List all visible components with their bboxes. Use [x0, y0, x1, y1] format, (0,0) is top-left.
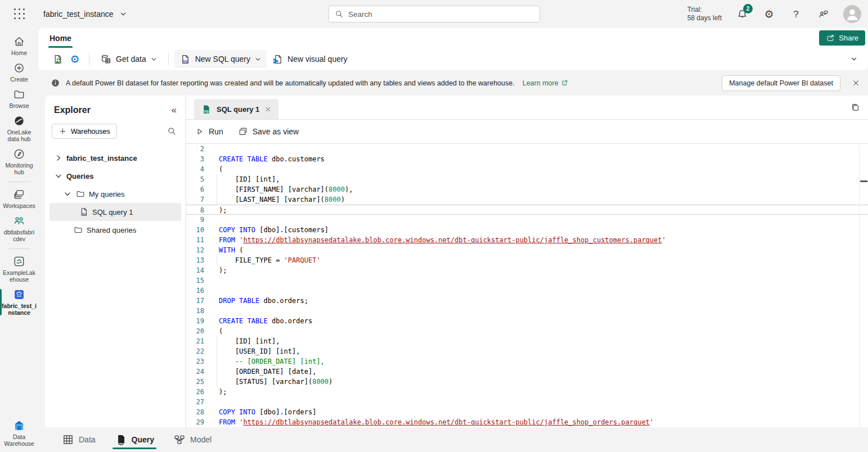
line-number: 17 — [186, 296, 204, 306]
rail-item-examplelakehouse[interactable]: ExampleLakehouse — [0, 252, 38, 286]
code-line-8[interactable]: 8); — [186, 205, 868, 215]
code-line-29[interactable]: 29FROM 'https://dbtlabsynapsedatalake.bl… — [186, 417, 868, 427]
new-visual-query-button[interactable]: New visual query — [267, 50, 353, 68]
code-line-16[interactable]: 16 — [186, 286, 868, 296]
learn-more-link[interactable]: Learn more — [523, 79, 568, 87]
rail-item-home[interactable]: Home — [0, 33, 38, 59]
code-line-28[interactable]: 28COPY INTO [dbo].[orders] — [186, 407, 868, 417]
code-line-23[interactable]: 23 -- [ORDER_DATE] [int], — [186, 356, 868, 367]
ribbon-collapse-button[interactable] — [850, 55, 858, 63]
copy-icon[interactable] — [850, 102, 860, 112]
code-line-7[interactable]: 7 [LAST_NAME] [varchar](8000) — [186, 195, 868, 205]
rail-item-create[interactable]: Create — [0, 59, 38, 85]
sql-file-icon: SQL — [179, 53, 191, 65]
workspace-switcher[interactable]: fabric_test_instance — [43, 10, 127, 19]
editor-scrollbar[interactable] — [859, 144, 860, 427]
code-line-19[interactable]: 19CREATE TABLE dbo.orders — [186, 316, 868, 326]
ribbon-separator — [89, 53, 89, 65]
manage-default-dataset-button[interactable]: Manage default Power BI dataset — [722, 75, 840, 91]
code-line-12[interactable]: 12WITH ( — [186, 245, 868, 255]
code-line-13[interactable]: 13 FILE_TYPE = 'PARQUET' — [186, 255, 868, 265]
waffle-menu-icon[interactable] — [14, 8, 25, 20]
notifications-button[interactable]: 2 — [735, 7, 749, 21]
tree-item-label: My queries — [89, 190, 125, 198]
rail-item-monitoring-hub[interactable]: Monitoringhub — [0, 145, 38, 178]
add-warehouses-button[interactable]: Warehouses — [52, 124, 117, 139]
ribbon-settings-button[interactable]: ⚙ — [66, 51, 83, 67]
explorer-panel: Explorer « Warehouses fabric_test_instan… — [45, 96, 186, 427]
rail-item-workspaces[interactable]: Workspaces — [0, 186, 38, 212]
line-number: 21 — [186, 336, 204, 346]
code-line-18[interactable]: 18 — [186, 306, 868, 316]
editor-column: SQL SQL query 1 Run Save as view 23CREAT… — [186, 96, 868, 427]
ribbon-separator — [168, 53, 169, 65]
tree-item-my-queries[interactable]: My queries — [50, 185, 181, 203]
code-line-5[interactable]: 5 [ID] [int], — [186, 174, 868, 184]
explorer-tree: fabric_test_instanceQueriesMy queriesSQL… — [45, 144, 186, 239]
sql-editor[interactable]: 23CREATE TABLE dbo.customers4(5 [ID] [in… — [186, 144, 868, 427]
new-sql-query-button[interactable]: SQL New SQL query — [174, 50, 267, 68]
code-line-21[interactable]: 21 [ID] [int], — [186, 336, 868, 346]
rail-item-browse[interactable]: Browse — [0, 85, 38, 112]
code-line-20[interactable]: 20( — [186, 326, 868, 336]
get-data-label: Get data — [116, 55, 146, 64]
tab-close-icon[interactable] — [264, 106, 272, 113]
rail-item-dbtlabsfabricdev[interactable]: dbtlabsfabricdev — [0, 212, 38, 245]
code-line-15[interactable]: 15 — [186, 275, 868, 286]
help-button[interactable]: ? — [789, 7, 803, 21]
search-box[interactable] — [329, 6, 540, 22]
home-tab-label: Home — [50, 34, 71, 43]
feedback-button[interactable] — [816, 7, 830, 21]
bottom-tab-label: Query — [132, 435, 154, 444]
bottom-tab-data[interactable]: Data — [55, 427, 102, 452]
code-line-3[interactable]: 3CREATE TABLE dbo.customers — [186, 154, 868, 164]
code-line-22[interactable]: 22 [USER_ID] [int], — [186, 346, 868, 356]
rail-selection-indicator — [0, 289, 2, 315]
search-input[interactable] — [348, 10, 534, 19]
tab-home[interactable]: Home — [48, 28, 73, 48]
save-as-view-button[interactable]: Save as view — [238, 126, 299, 137]
collapse-panel-icon[interactable]: « — [172, 105, 177, 116]
code-line-6[interactable]: 6 [FIRST_NAME] [varchar](8000), — [186, 184, 868, 195]
rail-item-data-warehouse[interactable]: DataWarehouse — [0, 417, 38, 450]
play-icon — [195, 127, 204, 136]
code-line-9[interactable]: 9 — [186, 215, 868, 225]
code-line-27[interactable]: 27 — [186, 397, 868, 407]
rail-item-onelake-data-hub[interactable]: OneLakedata hub — [0, 112, 38, 145]
line-number: 9 — [186, 215, 204, 225]
onelake-icon — [13, 115, 25, 127]
code-line-2[interactable]: 2 — [186, 144, 868, 154]
line-number: 25 — [186, 377, 204, 387]
line-number: 4 — [186, 164, 204, 174]
code-line-11[interactable]: 11FROM 'https://dbtlabsynapsedatalake.bl… — [186, 235, 868, 245]
tree-item-sql-query-1[interactable]: SQLSQL query 1 — [50, 203, 181, 221]
tree-item-shared-queries[interactable]: Shared queries — [50, 221, 181, 239]
avatar[interactable] — [843, 5, 861, 23]
code-line-24[interactable]: 24 [ORDER_DATE] [date], — [186, 367, 868, 377]
plus-icon — [59, 127, 67, 135]
tab-sql-query-1[interactable]: SQL SQL query 1 — [194, 99, 278, 119]
rail-item-label: Workspaces — [3, 202, 35, 209]
code-line-4[interactable]: 4( — [186, 164, 868, 174]
refresh-report-button[interactable] — [50, 51, 66, 67]
tree-item-fabric-test-instance[interactable]: fabric_test_instance — [50, 149, 181, 167]
warehouses-button-label: Warehouses — [71, 128, 110, 135]
bottom-tab-query[interactable]: Query — [108, 427, 161, 452]
data-warehouse-icon — [13, 419, 25, 432]
code-line-25[interactable]: 25 [STATUS] [varchar](8000) — [186, 377, 868, 387]
line-number: 23 — [186, 356, 204, 367]
rail-item-fabric-test-instance[interactable]: fabric_test_instance — [0, 286, 38, 319]
share-button[interactable]: Share — [819, 30, 865, 46]
settings-button[interactable]: ⚙ — [762, 7, 776, 21]
get-data-button[interactable]: Get data — [95, 50, 163, 68]
code-line-26[interactable]: 26); — [186, 387, 868, 397]
run-button[interactable]: Run — [195, 127, 223, 136]
explorer-search-icon[interactable] — [167, 126, 177, 136]
code-line-14[interactable]: 14); — [186, 265, 868, 275]
tree-item-queries[interactable]: Queries — [50, 167, 181, 185]
bottom-tab-model[interactable]: Model — [167, 427, 218, 452]
code-line-17[interactable]: 17DROP TABLE dbo.orders; — [186, 296, 868, 306]
code-line-10[interactable]: 10COPY INTO [dbo].[customers] — [186, 225, 868, 235]
line-number: 29 — [186, 417, 204, 427]
banner-close-icon[interactable] — [852, 79, 860, 87]
